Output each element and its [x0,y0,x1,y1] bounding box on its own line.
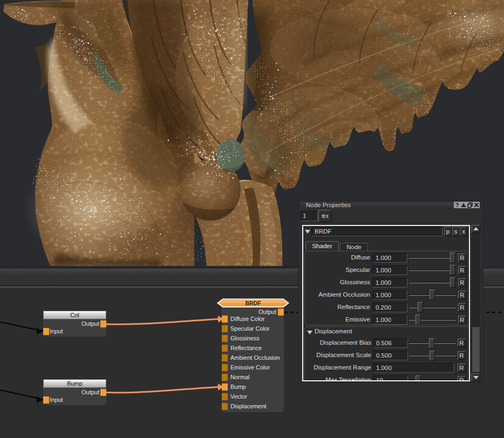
svg-text:BRDF: BRDF [245,300,261,306]
